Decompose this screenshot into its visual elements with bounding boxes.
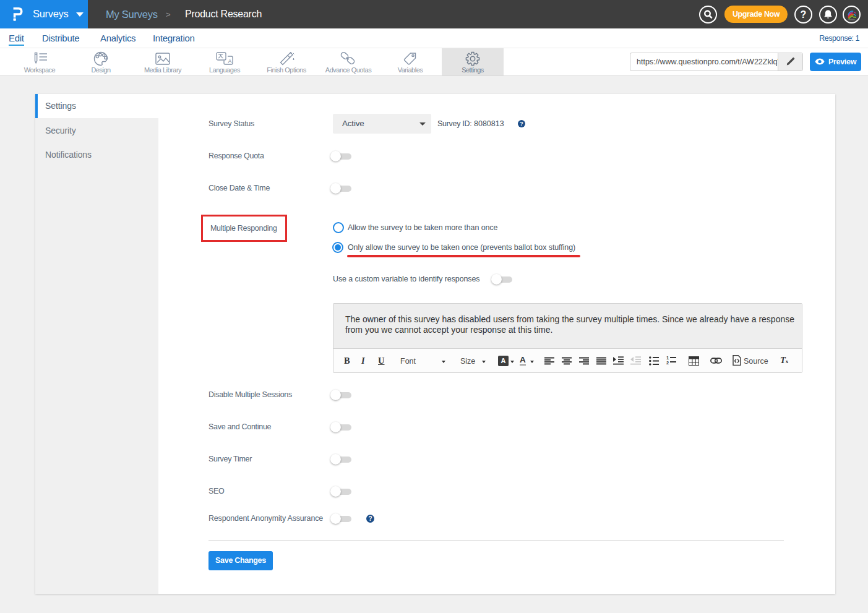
svg-text:2: 2 bbox=[666, 360, 669, 366]
svg-text:A: A bbox=[228, 58, 232, 64]
